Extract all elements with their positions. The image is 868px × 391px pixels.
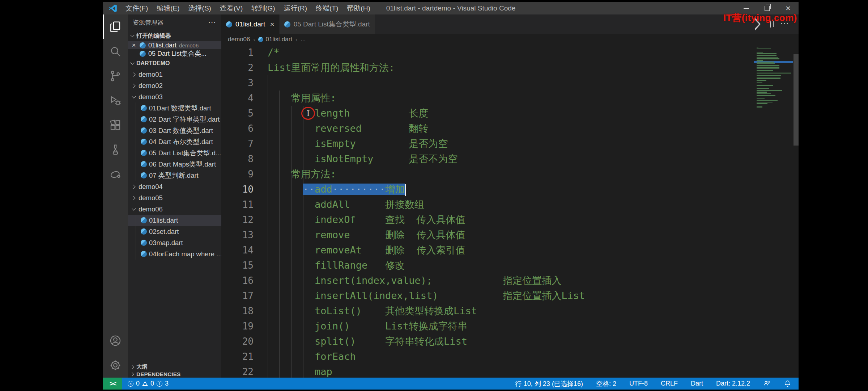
code-line-12[interactable]: 12 indexOf 查找 传入具体值 bbox=[221, 212, 799, 227]
close-icon[interactable]: × bbox=[270, 20, 274, 29]
dart-file-icon bbox=[258, 37, 263, 42]
extensions-icon[interactable] bbox=[103, 113, 128, 138]
code-line-3[interactable]: 3 bbox=[221, 75, 799, 91]
explorer-icon[interactable] bbox=[103, 14, 128, 39]
breadcrumb-item[interactable]: ... bbox=[301, 36, 306, 43]
code-line-21[interactable]: 21 forEach bbox=[221, 349, 799, 364]
account-icon[interactable] bbox=[103, 328, 128, 353]
menu-item-3[interactable]: 选择(S) bbox=[184, 2, 216, 14]
code-line-10[interactable]: 10 ··add·········增加 bbox=[221, 182, 799, 197]
tree-item-05-dart-list-d-[interactable]: 05 Dart List集合类型.d... bbox=[128, 147, 221, 159]
tree-root-section[interactable]: DARTDEMO bbox=[128, 58, 221, 69]
tree-item-07-dart[interactable]: 07 类型判断.dart bbox=[128, 170, 221, 181]
tab-05-dart-list-dart[interactable]: 05 Dart List集合类型.dart bbox=[280, 14, 375, 34]
circle-slash-icon[interactable] bbox=[103, 162, 128, 187]
section-dependencies[interactable]: DEPENDENCIES bbox=[128, 371, 221, 378]
menu-item-7[interactable]: 终端(T) bbox=[311, 2, 342, 14]
breadcrumb-item[interactable]: 01list.dart bbox=[258, 36, 292, 43]
code-line-7[interactable]: 7 isEmpty 是否为空 bbox=[221, 136, 799, 151]
tree-item-demo05[interactable]: demo05 bbox=[128, 192, 221, 203]
code-line-9[interactable]: 9 常用方法: bbox=[221, 167, 799, 182]
tab-01list-dart[interactable]: 01list.dart× bbox=[221, 14, 280, 34]
code-line-15[interactable]: 15 fillRange 修改 bbox=[221, 258, 799, 273]
tree-item-demo04[interactable]: demo04 bbox=[128, 181, 221, 192]
menu-item-5[interactable]: 转到(G) bbox=[247, 2, 279, 14]
minimap[interactable] bbox=[754, 46, 793, 108]
dart-file-icon bbox=[284, 21, 290, 28]
bell-icon[interactable] bbox=[784, 380, 791, 387]
line-number: 16 bbox=[221, 273, 266, 288]
tree-item-02-dart-dart[interactable]: 02 Dart 字符串类型.dart bbox=[128, 114, 221, 125]
code-line-8[interactable]: 8 isNotEmpty 是否不为空 bbox=[221, 151, 799, 167]
code-line-14[interactable]: 14 removeAt 删除 传入索引值 bbox=[221, 243, 799, 258]
settings-icon[interactable] bbox=[103, 353, 128, 378]
code-editor[interactable]: 1/*2List里面常用的属性和方法:34 常用属性:5 length 长度6 … bbox=[221, 45, 799, 378]
warning-count: 0 bbox=[150, 380, 154, 387]
dart-file-icon bbox=[141, 139, 147, 145]
more-actions-icon[interactable]: ⋯ bbox=[208, 18, 216, 27]
dart-file-icon bbox=[141, 172, 147, 178]
code-line-17[interactable]: 17 insertAll(index,list) 指定位置插入List bbox=[221, 288, 799, 303]
code-line-4[interactable]: 4 常用属性: bbox=[221, 91, 799, 106]
line-text: ··add·········增加 bbox=[266, 182, 406, 197]
section-大纲[interactable]: 大纲 bbox=[128, 363, 221, 371]
breadcrumb-item[interactable]: demo06 bbox=[228, 36, 250, 43]
scrollbar[interactable] bbox=[793, 54, 799, 146]
code-line-16[interactable]: 16 insert(index,value); 指定位置插入 bbox=[221, 273, 799, 288]
code-line-20[interactable]: 20 split() 字符串转化成List bbox=[221, 334, 799, 349]
code-line-22[interactable]: 22 map bbox=[221, 364, 799, 378]
open-editors-section[interactable]: 打开的编辑器 bbox=[128, 30, 221, 41]
status-item-1[interactable]: 行 10, 列 23 (已选择16) bbox=[515, 379, 583, 388]
code-line-18[interactable]: 18 toList() 其他类型转换成List bbox=[221, 303, 799, 319]
status-item-6[interactable]: Dart: 2.12.2 bbox=[716, 380, 750, 387]
tree-item-01list-dart[interactable]: 01list.dart bbox=[128, 215, 221, 226]
red-circle-annotation: I bbox=[301, 107, 315, 120]
sidebar-bottom-sections: 大纲DEPENDENCIES bbox=[128, 363, 221, 378]
dart-file-icon bbox=[141, 251, 147, 257]
tree-item-demo02[interactable]: demo02 bbox=[128, 80, 221, 91]
testing-icon[interactable] bbox=[103, 138, 128, 162]
status-item-2[interactable]: 空格: 2 bbox=[596, 379, 616, 388]
open-editor-item[interactable]: ×01list.dartdemo06 bbox=[128, 41, 221, 49]
remote-indicator[interactable]: >< bbox=[103, 378, 122, 390]
code-line-1[interactable]: 1/* bbox=[221, 45, 799, 60]
problems-status[interactable]: × 0 0 i 3 bbox=[122, 380, 169, 387]
menu-item-8[interactable]: 帮助(H) bbox=[342, 2, 374, 14]
status-item-3[interactable]: UTF-8 bbox=[629, 380, 648, 387]
tree-item-demo03[interactable]: demo03 bbox=[128, 91, 221, 102]
tree-item-04foreach-map-where-[interactable]: 04forEach map where ... bbox=[128, 248, 221, 260]
error-icon: × bbox=[128, 381, 133, 387]
tree-item-03map-dart[interactable]: 03map.dart bbox=[128, 237, 221, 248]
source-control-icon[interactable] bbox=[103, 64, 128, 88]
line-text: map bbox=[266, 364, 332, 378]
run-and-debug-icon[interactable] bbox=[103, 88, 128, 113]
feedback-icon[interactable] bbox=[763, 380, 771, 387]
line-text: insertAll(index,list) 指定位置插入List bbox=[266, 288, 585, 303]
status-item-5[interactable]: Dart bbox=[691, 380, 703, 387]
chevron-right-icon bbox=[131, 83, 136, 88]
tree-item-demo06[interactable]: demo06 bbox=[128, 203, 221, 215]
menu-item-1[interactable]: 文件(F) bbox=[121, 2, 152, 14]
tree-item-02set-dart[interactable]: 02set.dart bbox=[128, 226, 221, 237]
tree-item-demo01[interactable]: demo01 bbox=[128, 69, 221, 80]
code-line-13[interactable]: 13 remove 删除 传入具体值 bbox=[221, 227, 799, 243]
menu-item-2[interactable]: 编辑(E) bbox=[152, 2, 184, 14]
menu-item-6[interactable]: 运行(R) bbox=[280, 2, 311, 14]
code-line-19[interactable]: 19 join() List转换成字符串 bbox=[221, 319, 799, 334]
code-line-11[interactable]: 11 addAll 拼接数组 bbox=[221, 197, 799, 212]
open-editor-item[interactable]: ×05 Dart List集合类... bbox=[128, 49, 221, 58]
tree-item-01dart-dart[interactable]: 01Dart 数据类型.dart bbox=[128, 102, 221, 114]
restore-icon bbox=[765, 6, 770, 11]
info-count: 3 bbox=[165, 380, 169, 387]
sidebar-title: 资源管理器 bbox=[133, 18, 163, 27]
tree-item-04-dart-dart[interactable]: 04 Dart 布尔类型.dart bbox=[128, 136, 221, 147]
status-item-4[interactable]: CRLF bbox=[661, 380, 678, 387]
tree-item-06-dart-maps-dart[interactable]: 06 Dart Maps类型.dart bbox=[128, 159, 221, 170]
close-icon[interactable]: × bbox=[131, 41, 137, 49]
search-icon[interactable] bbox=[103, 39, 128, 64]
vscode-logo bbox=[108, 4, 118, 13]
menu-item-4[interactable]: 查看(V) bbox=[216, 2, 247, 14]
code-line-2[interactable]: 2List里面常用的属性和方法: bbox=[221, 60, 799, 75]
tree-item-03-dart-dart[interactable]: 03 Dart 数值类型.dart bbox=[128, 125, 221, 136]
code-line-6[interactable]: 6 reversed 翻转 bbox=[221, 121, 799, 136]
